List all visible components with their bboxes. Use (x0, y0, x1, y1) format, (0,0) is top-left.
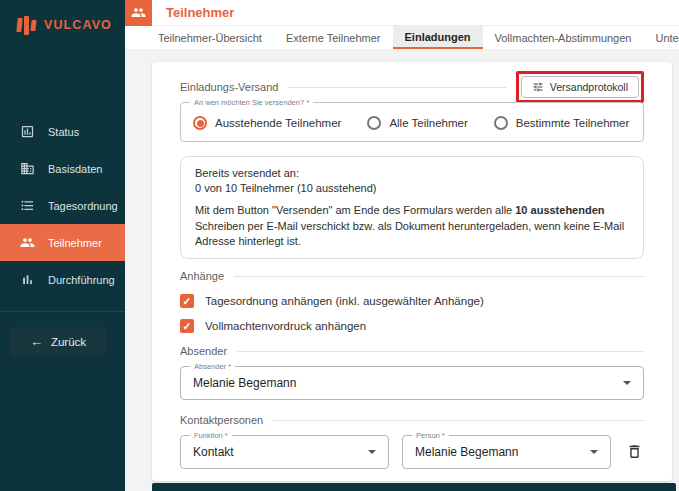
tabs: Teilnehmer-Übersicht Externe Teilnehmer … (125, 26, 679, 50)
person-select-label: Person * (412, 431, 449, 440)
info-bold-count: 10 ausstehenden (515, 204, 604, 216)
sidebar-item-label: Durchführung (48, 274, 115, 286)
funktion-select-label: Funktion * (190, 431, 232, 440)
person-select[interactable]: Person * Melanie Begemann (402, 435, 611, 469)
recipient-fieldset: An wen möchten Sie versenden? * Ausstehe… (180, 102, 644, 142)
section-divider (237, 351, 644, 352)
funktion-select-value: Kontakt (193, 445, 368, 459)
people-icon (20, 235, 35, 250)
funktion-select[interactable]: Funktion * Kontakt (180, 435, 389, 469)
people-icon (125, 0, 152, 26)
chevron-down-icon (368, 450, 376, 454)
versandprotokoll-button[interactable]: Versandprotokoll (521, 76, 639, 98)
send-status-info-box: Bereits versendet an: 0 von 10 Teilnehme… (180, 156, 644, 259)
tab-teilnehmer-uebersicht[interactable]: Teilnehmer-Übersicht (146, 26, 274, 49)
sidebar-nav: Status Basisdaten Tagesordnung Teilnehme… (0, 113, 125, 298)
radio-bestimmte-teilnehmer[interactable]: Bestimmte Teilnehmer (494, 116, 630, 130)
chevron-down-icon (590, 450, 598, 454)
radio-label: Bestimmte Teilnehmer (516, 117, 630, 129)
sidebar-item-durchfuehrung[interactable]: Durchführung (0, 261, 125, 298)
sidebar: VULCAVO Status Basisdaten Tagesordnung T… (0, 0, 125, 491)
chart-box-icon (20, 124, 35, 139)
title-row: Teilnehmer (125, 0, 679, 26)
tab-unterschriften[interactable]: Unterschriften (643, 26, 679, 49)
section-divider (288, 87, 505, 88)
page-title: Teilnehmer (166, 5, 234, 20)
checkbox-label: Vollmachtenvordruck anhängen (205, 320, 366, 332)
person-select-value: Melanie Begemann (415, 445, 590, 459)
absender-select-value: Melanie Begemann (193, 376, 623, 390)
checkbox-checked-icon: ✓ (180, 294, 194, 308)
radio-icon (367, 116, 381, 130)
radio-ausstehende-teilnehmer[interactable]: Ausstehende Teilnehmer (193, 116, 341, 130)
radio-alle-teilnehmer[interactable]: Alle Teilnehmer (367, 116, 467, 130)
recipient-legend: An wen möchten Sie versenden? * (190, 98, 313, 107)
section-absender: Absender (180, 344, 644, 359)
back-button-label: Zurück (51, 336, 86, 348)
info-spacer (195, 196, 629, 203)
app-logo: VULCAVO (0, 0, 125, 35)
checkbox-tagesordnung-anhaengen[interactable]: ✓ Tagesordnung anhängen (inkl. ausgewähl… (180, 293, 644, 309)
absender-select-label: Absender * (190, 362, 235, 371)
section-title: Anhänge (180, 270, 224, 282)
invitation-form-card: Einladungs-Versand Versandprotokoll An w… (152, 62, 672, 481)
section-title: Kontaktpersonen (180, 414, 263, 426)
radio-label: Alle Teilnehmer (389, 117, 467, 129)
section-kontaktpersonen: Kontaktpersonen (180, 413, 644, 428)
info-line-1: Bereits versendet an: (195, 166, 629, 181)
versandprotokoll-label: Versandprotokoll (550, 81, 628, 93)
sidebar-item-label: Teilnehmer (48, 237, 102, 249)
section-title: Absender (180, 345, 227, 357)
header: Teilnehmer Teilnehmer-Übersicht Externe … (125, 0, 679, 50)
contact-person-row: Funktion * Kontakt Person * Melanie Bege… (180, 435, 644, 469)
trash-icon (626, 443, 643, 460)
building-icon (20, 161, 35, 176)
tab-vollmachten-abstimmungen[interactable]: Vollmachten-Abstimmungen (483, 26, 644, 49)
checkbox-vollmachtenvordruck-anhaengen[interactable]: ✓ Vollmachtenvordruck anhängen (180, 318, 644, 334)
sidebar-divider (0, 311, 125, 312)
back-arrow-icon: ← (30, 335, 43, 348)
logo-bars-icon (17, 15, 36, 35)
delete-contact-button[interactable] (624, 442, 644, 462)
sidebar-item-teilnehmer[interactable]: Teilnehmer (0, 224, 125, 261)
back-button[interactable]: ← Zurück (9, 327, 107, 356)
radio-icon (193, 116, 207, 130)
sidebar-item-label: Basisdaten (48, 163, 102, 175)
section-divider (234, 276, 644, 277)
logo-text: VULCAVO (44, 18, 112, 32)
sidebar-item-label: Tagesordnung (48, 200, 118, 212)
section-anhaenge: Anhänge (180, 269, 644, 284)
sidebar-item-basisdaten[interactable]: Basisdaten (0, 150, 125, 187)
sidebar-item-status[interactable]: Status (0, 113, 125, 150)
bar-chart-icon (20, 272, 35, 287)
bottom-dark-bar (152, 483, 676, 491)
sidebar-item-label: Status (48, 126, 79, 138)
radio-label: Ausstehende Teilnehmer (215, 117, 341, 129)
info-paragraph: Mit dem Button "Versenden" am Ende des F… (195, 203, 629, 249)
checkbox-label: Tagesordnung anhängen (inkl. ausgewählte… (205, 295, 484, 307)
tab-einladungen[interactable]: Einladungen (393, 26, 483, 49)
absender-select[interactable]: Absender * Melanie Begemann (180, 366, 644, 400)
sidebar-item-tagesordnung[interactable]: Tagesordnung (0, 187, 125, 224)
radio-icon (494, 116, 508, 130)
recipient-options: Ausstehende Teilnehmer Alle Teilnehmer B… (193, 116, 631, 130)
section-divider (273, 420, 644, 421)
tune-icon (532, 81, 544, 93)
chevron-down-icon (623, 381, 631, 385)
list-icon (20, 198, 35, 213)
section-title: Einladungs-Versand (180, 81, 278, 93)
checkbox-checked-icon: ✓ (180, 319, 194, 333)
info-line-2: 0 von 10 Teilnehmer (10 ausstehend) (195, 181, 629, 196)
tab-externe-teilnehmer[interactable]: Externe Teilnehmer (274, 26, 393, 49)
annotation-highlight-box: Versandprotokoll (516, 71, 644, 103)
